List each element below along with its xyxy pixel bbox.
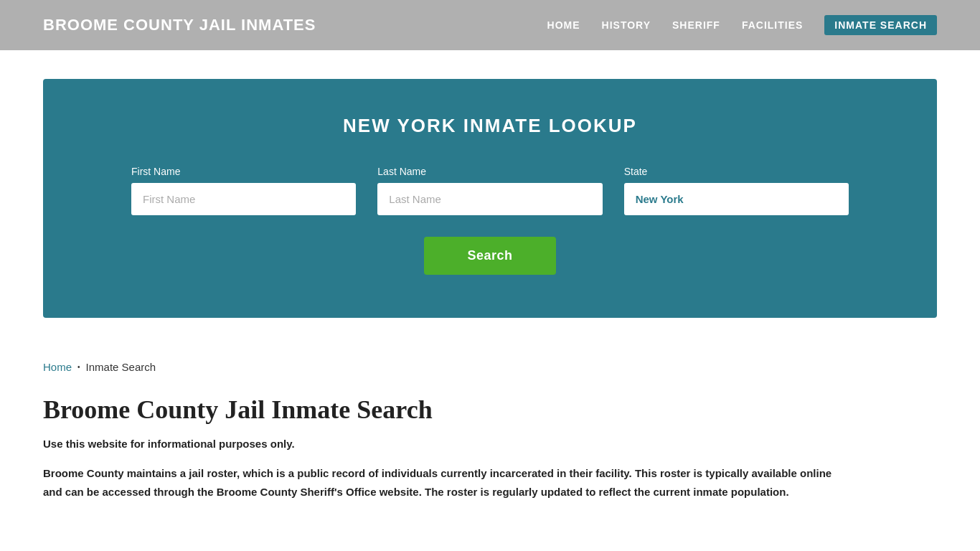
main-nav: HOME HISTORY SHERIFF FACILITIES INMATE S… <box>547 15 937 35</box>
breadcrumb-separator: • <box>77 363 80 371</box>
first-name-group: First Name <box>131 166 356 215</box>
form-fields: First Name Last Name State <box>131 166 849 215</box>
state-label: State <box>624 166 849 177</box>
breadcrumb-current: Inmate Search <box>86 361 156 373</box>
nav-facilities[interactable]: FACILITIES <box>742 19 803 31</box>
first-name-label: First Name <box>131 166 356 177</box>
search-button[interactable]: Search <box>424 237 555 275</box>
hero-title: NEW YORK INMATE LOOKUP <box>86 115 894 137</box>
breadcrumb-home-link[interactable]: Home <box>43 361 72 373</box>
search-hero-section: NEW YORK INMATE LOOKUP First Name Last N… <box>43 79 937 318</box>
description-paragraph: Broome County maintains a jail roster, w… <box>43 464 832 501</box>
last-name-group: Last Name <box>377 166 602 215</box>
nav-sheriff[interactable]: SHERIFF <box>672 19 720 31</box>
state-group: State <box>624 166 849 215</box>
first-name-input[interactable] <box>131 183 356 215</box>
page-heading: Broome County Jail Inmate Search <box>43 395 937 425</box>
nav-history[interactable]: HISTORY <box>602 19 651 31</box>
site-header: BROOME COUNTY JAIL INMATES HOME HISTORY … <box>0 0 980 50</box>
tagline-text: Use this website for informational purpo… <box>43 438 937 450</box>
breadcrumb: Home • Inmate Search <box>0 347 980 380</box>
site-title: BROOME COUNTY JAIL INMATES <box>43 16 316 34</box>
nav-home[interactable]: HOME <box>547 19 580 31</box>
last-name-label: Last Name <box>377 166 602 177</box>
last-name-input[interactable] <box>377 183 602 215</box>
state-input[interactable] <box>624 183 849 215</box>
search-form: First Name Last Name State Search <box>86 166 894 275</box>
nav-inmate-search[interactable]: INMATE SEARCH <box>824 15 937 35</box>
main-content: Broome County Jail Inmate Search Use thi… <box>0 380 980 544</box>
